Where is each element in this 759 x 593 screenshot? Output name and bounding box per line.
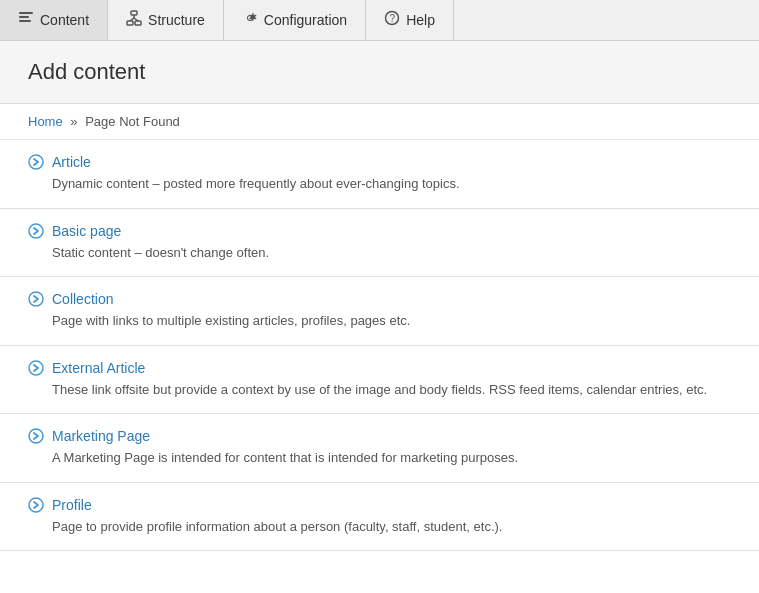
content-type-title[interactable]: Profile [52,497,92,513]
chevron-icon [28,154,44,170]
list-item: Profile Page to provide profile informat… [0,483,759,552]
page-header: Add content [0,41,759,104]
nav-structure[interactable]: Structure [108,0,224,40]
svg-rect-0 [19,12,33,14]
content-type-description: Static content – doesn't change often. [52,243,731,263]
content-icon [18,10,34,30]
content-type-title[interactable]: Collection [52,291,113,307]
content-item-header: Collection [28,291,731,307]
list-item: Basic page Static content – doesn't chan… [0,209,759,278]
content-type-description: Page to provide profile information abou… [52,517,731,537]
content-type-description: Page with links to multiple existing art… [52,311,731,331]
chevron-icon [28,360,44,376]
svg-point-14 [29,361,43,375]
content-type-title[interactable]: Marketing Page [52,428,150,444]
svg-rect-4 [127,21,133,25]
content-type-description: A Marketing Page is intended for content… [52,448,731,468]
svg-rect-5 [135,21,141,25]
breadcrumb-separator: » [70,114,77,129]
nav-configuration[interactable]: Configuration [224,0,366,40]
nav-help[interactable]: ? Help [366,0,454,40]
content-type-title[interactable]: Article [52,154,91,170]
svg-rect-2 [19,20,31,22]
chevron-icon [28,428,44,444]
nav-help-label: Help [406,12,435,28]
help-icon: ? [384,10,400,30]
content-item-header: Basic page [28,223,731,239]
breadcrumb-home[interactable]: Home [28,114,63,129]
nav-content[interactable]: Content [0,0,108,40]
nav-content-label: Content [40,12,89,28]
chevron-icon [28,497,44,513]
svg-point-16 [29,498,43,512]
list-item: External Article These link offsite but … [0,346,759,415]
content-type-description: Dynamic content – posted more frequently… [52,174,731,194]
nav-configuration-label: Configuration [264,12,347,28]
configuration-icon [242,10,258,30]
content-type-list: Article Dynamic content – posted more fr… [0,140,759,551]
svg-point-15 [29,429,43,443]
content-item-header: Article [28,154,731,170]
chevron-icon [28,223,44,239]
content-type-description: These link offsite but provide a context… [52,380,731,400]
structure-icon [126,10,142,30]
svg-point-11 [29,155,43,169]
top-navigation: Content Structure Configuration [0,0,759,41]
content-type-title[interactable]: Basic page [52,223,121,239]
svg-text:?: ? [390,13,396,24]
svg-point-12 [29,224,43,238]
chevron-icon [28,291,44,307]
svg-rect-1 [19,16,29,18]
content-item-header: Marketing Page [28,428,731,444]
nav-structure-label: Structure [148,12,205,28]
list-item: Collection Page with links to multiple e… [0,277,759,346]
svg-point-13 [29,292,43,306]
breadcrumb: Home » Page Not Found [0,104,759,140]
svg-rect-3 [131,11,137,15]
list-item: Article Dynamic content – posted more fr… [0,140,759,209]
content-item-header: Profile [28,497,731,513]
breadcrumb-current: Page Not Found [85,114,180,129]
list-item: Marketing Page A Marketing Page is inten… [0,414,759,483]
page-title: Add content [28,59,731,85]
content-type-title[interactable]: External Article [52,360,145,376]
content-item-header: External Article [28,360,731,376]
